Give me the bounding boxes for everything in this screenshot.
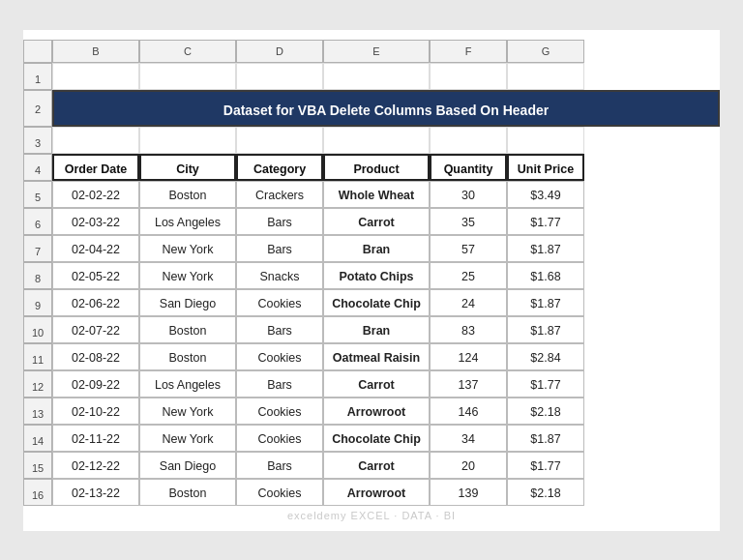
- cell-quantity-row13[interactable]: 146: [430, 398, 507, 425]
- cell-unit-price-row11[interactable]: $2.84: [507, 343, 584, 370]
- cell-unit-price-row16[interactable]: $2.18: [507, 479, 584, 506]
- cell-unit-price-row7[interactable]: $1.87: [507, 235, 584, 262]
- cell-city-row16[interactable]: Boston: [139, 479, 236, 506]
- cell-product-row9[interactable]: Chocolate Chip: [323, 289, 430, 316]
- cell-d1[interactable]: [236, 63, 323, 90]
- cell-quantity-row9[interactable]: 24: [430, 289, 507, 316]
- cell-unit-price-row14[interactable]: $1.87: [507, 425, 584, 452]
- cell-d3[interactable]: [236, 127, 323, 154]
- cell-city-row12[interactable]: Los Angeles: [139, 370, 236, 398]
- cell-order-date-row10[interactable]: 02-07-22: [52, 316, 139, 343]
- cell-category-row14[interactable]: Cookies: [236, 425, 323, 452]
- cell-order-date-row12[interactable]: 02-09-22: [52, 370, 139, 398]
- cell-order-date-row7[interactable]: 02-04-22: [52, 235, 139, 262]
- cell-city-row5[interactable]: Boston: [139, 181, 236, 208]
- data-rows-container: 502-02-22BostonCrackersWhole Wheat30$3.4…: [23, 181, 720, 506]
- cell-quantity-row8[interactable]: 25: [430, 262, 507, 289]
- cell-quantity-row10[interactable]: 83: [430, 316, 507, 343]
- cell-order-date-row9[interactable]: 02-06-22: [52, 289, 139, 316]
- cell-unit-price-row15[interactable]: $1.77: [507, 452, 584, 479]
- cell-quantity-row7[interactable]: 57: [430, 235, 507, 262]
- header-order-date[interactable]: Order Date: [52, 154, 139, 181]
- cell-product-row7[interactable]: Bran: [323, 235, 430, 262]
- cell-city-row6[interactable]: Los Angeles: [139, 208, 236, 235]
- cell-quantity-row15[interactable]: 20: [430, 452, 507, 479]
- cell-city-row9[interactable]: San Diego: [139, 289, 236, 316]
- cell-product-row5[interactable]: Whole Wheat: [323, 181, 430, 208]
- cell-unit-price-row5[interactable]: $3.49: [507, 181, 584, 208]
- cell-quantity-row5[interactable]: 30: [430, 181, 507, 208]
- header-category[interactable]: Category: [236, 154, 323, 181]
- rownum-10: 10: [23, 316, 52, 343]
- cell-category-row6[interactable]: Bars: [236, 208, 323, 235]
- cell-quantity-row11[interactable]: 124: [430, 343, 507, 370]
- cell-unit-price-row6[interactable]: $1.77: [507, 208, 584, 235]
- cell-category-row7[interactable]: Bars: [236, 235, 323, 262]
- cell-quantity-row6[interactable]: 35: [430, 208, 507, 235]
- col-header-e[interactable]: E: [323, 40, 430, 63]
- cell-product-row14[interactable]: Chocolate Chip: [323, 425, 430, 452]
- cell-order-date-row5[interactable]: 02-02-22: [52, 181, 139, 208]
- header-city[interactable]: City: [139, 154, 236, 181]
- cell-category-row5[interactable]: Crackers: [236, 181, 323, 208]
- rownum-3: 3: [23, 127, 52, 154]
- cell-order-date-row16[interactable]: 02-13-22: [52, 479, 139, 506]
- cell-category-row10[interactable]: Bars: [236, 316, 323, 343]
- cell-city-row11[interactable]: Boston: [139, 343, 236, 370]
- cell-b1[interactable]: [52, 63, 139, 90]
- cell-city-row7[interactable]: New York: [139, 235, 236, 262]
- cell-unit-price-row13[interactable]: $2.18: [507, 398, 584, 425]
- cell-order-date-row13[interactable]: 02-10-22: [52, 398, 139, 425]
- cell-e3[interactable]: [323, 127, 430, 154]
- cell-unit-price-row9[interactable]: $1.87: [507, 289, 584, 316]
- cell-product-row8[interactable]: Potato Chips: [323, 262, 430, 289]
- cell-city-row10[interactable]: Boston: [139, 316, 236, 343]
- cell-product-row10[interactable]: Bran: [323, 316, 430, 343]
- col-header-d[interactable]: D: [236, 40, 323, 63]
- cell-b3[interactable]: [52, 127, 139, 154]
- cell-quantity-row12[interactable]: 137: [430, 370, 507, 398]
- cell-category-row15[interactable]: Bars: [236, 452, 323, 479]
- cell-unit-price-row12[interactable]: $1.77: [507, 370, 584, 398]
- cell-order-date-row6[interactable]: 02-03-22: [52, 208, 139, 235]
- cell-e1[interactable]: [323, 63, 430, 90]
- cell-city-row13[interactable]: New York: [139, 398, 236, 425]
- row-11: 1102-08-22BostonCookiesOatmeal Raisin124…: [23, 343, 720, 370]
- col-header-f[interactable]: F: [430, 40, 507, 63]
- cell-product-row13[interactable]: Arrowroot: [323, 398, 430, 425]
- cell-order-date-row11[interactable]: 02-08-22: [52, 343, 139, 370]
- cell-c1[interactable]: [139, 63, 236, 90]
- cell-category-row11[interactable]: Cookies: [236, 343, 323, 370]
- header-product[interactable]: Product: [323, 154, 430, 181]
- cell-product-row12[interactable]: Carrot: [323, 370, 430, 398]
- cell-f1[interactable]: [430, 63, 507, 90]
- cell-category-row12[interactable]: Bars: [236, 370, 323, 398]
- cell-g3[interactable]: [507, 127, 584, 154]
- col-header-b[interactable]: B: [52, 40, 139, 63]
- cell-order-date-row14[interactable]: 02-11-22: [52, 425, 139, 452]
- cell-order-date-row8[interactable]: 02-05-22: [52, 262, 139, 289]
- col-header-c[interactable]: C: [139, 40, 236, 63]
- cell-product-row15[interactable]: Carrot: [323, 452, 430, 479]
- cell-product-row11[interactable]: Oatmeal Raisin: [323, 343, 430, 370]
- header-quantity[interactable]: Quantity: [430, 154, 507, 181]
- cell-product-row16[interactable]: Arrowroot: [323, 479, 430, 506]
- cell-category-row9[interactable]: Cookies: [236, 289, 323, 316]
- cell-city-row8[interactable]: New York: [139, 262, 236, 289]
- header-unit-price[interactable]: Unit Price: [507, 154, 584, 181]
- col-header-g[interactable]: G: [507, 40, 584, 63]
- cell-g1[interactable]: [507, 63, 584, 90]
- cell-c3[interactable]: [139, 127, 236, 154]
- cell-city-row15[interactable]: San Diego: [139, 452, 236, 479]
- cell-city-row14[interactable]: New York: [139, 425, 236, 452]
- cell-quantity-row14[interactable]: 34: [430, 425, 507, 452]
- cell-category-row13[interactable]: Cookies: [236, 398, 323, 425]
- cell-f3[interactable]: [430, 127, 507, 154]
- cell-order-date-row15[interactable]: 02-12-22: [52, 452, 139, 479]
- cell-unit-price-row8[interactable]: $1.68: [507, 262, 584, 289]
- cell-quantity-row16[interactable]: 139: [430, 479, 507, 506]
- cell-unit-price-row10[interactable]: $1.87: [507, 316, 584, 343]
- cell-category-row8[interactable]: Snacks: [236, 262, 323, 289]
- cell-category-row16[interactable]: Cookies: [236, 479, 323, 506]
- cell-product-row6[interactable]: Carrot: [323, 208, 430, 235]
